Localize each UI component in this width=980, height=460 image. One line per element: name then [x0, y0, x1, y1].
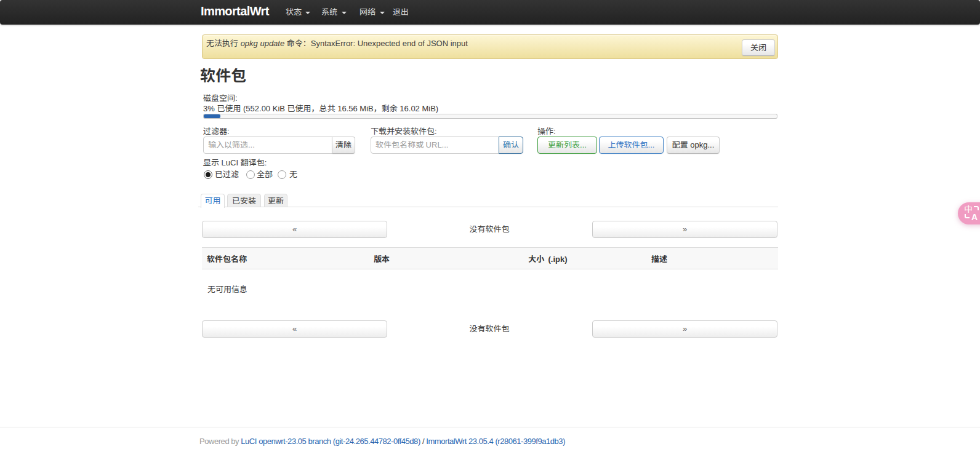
svg-text:A: A — [971, 212, 978, 222]
